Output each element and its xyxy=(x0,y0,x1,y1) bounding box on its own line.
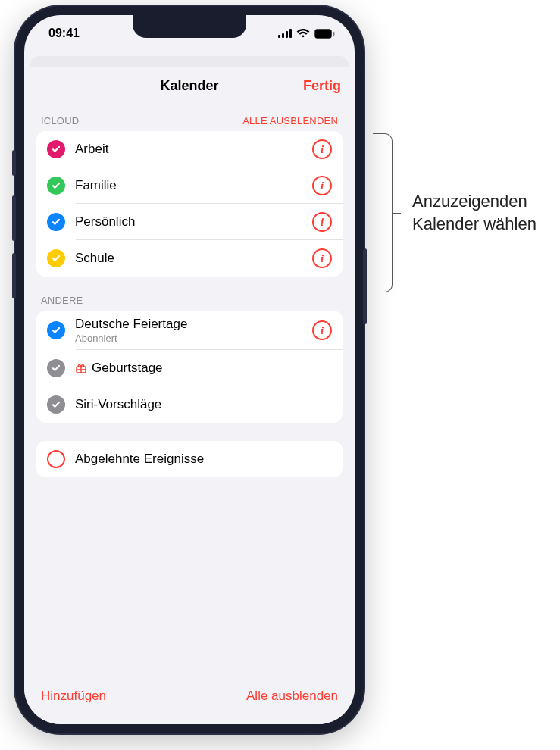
section-header-andere: ANDERE xyxy=(36,284,343,311)
battery-icon xyxy=(314,29,335,39)
calendar-label: Siri-Vorschläge xyxy=(75,397,332,412)
calendar-label: Schule xyxy=(75,251,302,266)
checkmark-icon[interactable] xyxy=(47,249,65,267)
andere-group: Deutsche Feiertage Abonniert i xyxy=(36,311,343,423)
calendar-row-familie[interactable]: Familie i xyxy=(36,167,343,204)
calendar-row-siri[interactable]: Siri-Vorschläge xyxy=(36,386,343,423)
info-icon[interactable]: i xyxy=(312,139,332,159)
calendar-label: Abgelehnte Ereignisse xyxy=(75,452,332,467)
svg-rect-1 xyxy=(282,33,284,38)
toolbar: Hinzufügen Alle ausblenden xyxy=(24,677,355,724)
svg-rect-6 xyxy=(333,32,335,36)
calendar-row-arbeit[interactable]: Arbeit i xyxy=(36,131,343,167)
svg-rect-0 xyxy=(278,35,280,38)
svg-rect-5 xyxy=(316,30,330,37)
calendar-label: Familie xyxy=(75,178,302,193)
checkmark-icon[interactable] xyxy=(47,359,65,377)
mute-switch[interactable] xyxy=(12,150,16,176)
info-icon[interactable]: i xyxy=(312,248,332,268)
hide-all-icloud-button[interactable]: ALLE AUSBLENDEN xyxy=(242,115,338,127)
checkmark-icon[interactable] xyxy=(47,140,65,158)
page-title: Kalender xyxy=(160,78,218,94)
checkmark-icon[interactable] xyxy=(47,213,65,231)
calendar-label: Arbeit xyxy=(75,142,302,157)
svg-rect-3 xyxy=(289,29,292,38)
section-label: ICLOUD xyxy=(41,115,79,127)
volume-up-button[interactable] xyxy=(12,195,16,241)
notch xyxy=(133,15,246,38)
calendar-row-persoenlich[interactable]: Persönlich i xyxy=(36,204,343,240)
svg-rect-2 xyxy=(286,31,288,38)
phone-frame: 09:41 Kalender Fertig xyxy=(15,6,364,733)
calendar-sheet: Kalender Fertig ICLOUD ALLE AUSBLENDEN xyxy=(24,67,355,724)
hide-all-button[interactable]: Alle ausblenden xyxy=(246,689,338,704)
info-icon[interactable]: i xyxy=(312,176,332,195)
calendar-label: Geburtstage xyxy=(92,361,163,376)
checkmark-icon[interactable] xyxy=(47,395,65,414)
content: ICLOUD ALLE AUSBLENDEN Arbeit i xyxy=(24,105,355,677)
calendar-row-feiertage[interactable]: Deutsche Feiertage Abonniert i xyxy=(36,311,343,350)
calendar-row-declined[interactable]: Abgelehnte Ereignisse xyxy=(36,441,343,477)
status-indicators xyxy=(278,29,335,39)
unchecked-icon[interactable] xyxy=(47,450,65,468)
section-header-icloud: ICLOUD ALLE AUSBLENDEN xyxy=(36,105,343,131)
power-button[interactable] xyxy=(363,248,367,324)
done-button[interactable]: Fertig xyxy=(303,78,341,94)
screen: 09:41 Kalender Fertig xyxy=(24,15,355,724)
wifi-icon xyxy=(296,29,310,38)
callout-text: Anzuzeigenden Kalender wählen xyxy=(412,190,537,235)
calendar-label: Persönlich xyxy=(75,214,302,230)
gift-icon xyxy=(75,362,87,374)
callout: Anzuzeigenden Kalender wählen xyxy=(373,133,537,292)
checkmark-icon[interactable] xyxy=(47,177,65,195)
callout-bracket xyxy=(373,133,393,292)
section-label: ANDERE xyxy=(41,295,83,306)
volume-down-button[interactable] xyxy=(12,253,16,298)
cellular-icon xyxy=(278,29,292,38)
info-icon[interactable]: i xyxy=(312,320,332,340)
status-time: 09:41 xyxy=(48,27,80,40)
calendar-sublabel: Abonniert xyxy=(75,333,302,344)
declined-group: Abgelehnte Ereignisse xyxy=(36,441,343,477)
calendar-label: Deutsche Feiertage xyxy=(75,317,302,332)
nav-bar: Kalender Fertig xyxy=(24,67,355,105)
checkmark-icon[interactable] xyxy=(47,321,65,339)
calendar-row-schule[interactable]: Schule i xyxy=(36,240,343,277)
calendar-row-geburtstage[interactable]: Geburtstage xyxy=(36,350,343,386)
add-calendar-button[interactable]: Hinzufügen xyxy=(41,689,106,704)
info-icon[interactable]: i xyxy=(312,212,332,232)
icloud-group: Arbeit i Familie i xyxy=(36,131,343,277)
